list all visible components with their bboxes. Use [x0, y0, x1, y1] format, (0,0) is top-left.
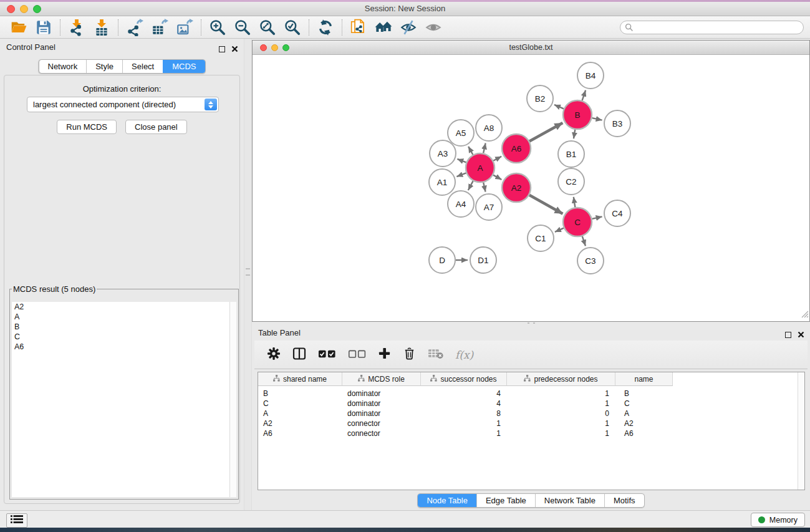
table-cell[interactable]: A [615, 409, 673, 418]
search-input[interactable] [620, 21, 804, 34]
table-cell[interactable]: dominator [342, 399, 421, 409]
open-file-icon[interactable] [8, 18, 29, 37]
show-details-icon[interactable] [423, 18, 444, 37]
network-close-button[interactable] [260, 44, 267, 51]
close-window-button[interactable] [7, 5, 15, 13]
graph-node-D[interactable]: D [429, 247, 455, 273]
graph-node-A2[interactable]: A2 [502, 173, 531, 202]
delete-table-icon[interactable] [428, 347, 443, 362]
table-cell[interactable]: A2 [258, 418, 342, 428]
close-panel-icon[interactable] [231, 44, 238, 55]
zoom-window-button[interactable] [33, 5, 41, 13]
table-cell[interactable]: dominator [342, 409, 421, 418]
table-cell[interactable]: C [615, 399, 673, 409]
settings-icon[interactable] [267, 347, 281, 363]
result-item[interactable]: A6 [12, 342, 236, 352]
table-cell[interactable]: 1 [507, 389, 615, 399]
result-scrollbar[interactable] [229, 302, 236, 497]
column-header-MCDS-role[interactable]: MCDS role [342, 372, 421, 386]
table-cell[interactable]: 4 [421, 389, 507, 399]
mcds-result-list[interactable]: A2ABCA6 [12, 302, 236, 497]
table-cell[interactable]: A [258, 409, 342, 418]
graph-edge-B-B1[interactable] [574, 130, 575, 139]
column-header-predecessor-nodes[interactable]: predecessor nodes [507, 372, 615, 386]
close-panel-button[interactable]: Close panel [125, 120, 187, 134]
minimize-window-button[interactable] [20, 5, 28, 13]
result-item[interactable]: B [12, 322, 236, 332]
graph-edge-B-B3[interactable] [592, 118, 602, 120]
tab-node-table[interactable]: Node Table [418, 494, 476, 507]
graph-edge-C-C2[interactable] [574, 197, 576, 208]
graph-edge-A-A6[interactable] [493, 157, 501, 161]
graph-node-B4[interactable]: B4 [577, 62, 604, 89]
table-scrollbar[interactable] [798, 372, 804, 490]
function-builder-icon[interactable]: f(x) [455, 349, 473, 361]
table-cell[interactable]: 4 [421, 399, 507, 409]
graph-node-A3[interactable]: A3 [430, 140, 456, 167]
table-cell[interactable]: connector [342, 428, 421, 438]
tab-motifs[interactable]: Motifs [604, 494, 644, 507]
table-cell[interactable]: A6 [258, 428, 342, 438]
result-item[interactable]: C [12, 332, 236, 342]
table-cell[interactable]: 1 [507, 418, 615, 428]
graph-node-A[interactable]: A [466, 153, 494, 182]
graph-edge-A-A7[interactable] [483, 182, 485, 191]
graph-edge-A-A8[interactable] [483, 143, 486, 153]
column-header-successor-nodes[interactable]: successor nodes [421, 372, 507, 386]
column-header-name[interactable]: name [615, 372, 673, 386]
graph-edge-C-C3[interactable] [582, 236, 586, 246]
float-panel-icon[interactable] [219, 46, 225, 52]
table-cell[interactable]: 0 [507, 409, 615, 418]
table-cell[interactable]: 1 [421, 418, 507, 428]
delete-row-icon[interactable] [403, 347, 416, 363]
run-mcds-button[interactable]: Run MCDS [57, 120, 117, 134]
graph-node-D1[interactable]: D1 [470, 247, 496, 273]
network-canvas[interactable]: B4B2BB3A8A5A6A3B1AA1C2A2A4A7C4CC1DD1C3 [253, 55, 809, 321]
graph-node-C2[interactable]: C2 [558, 168, 584, 195]
graph-edge-A-A3[interactable] [457, 159, 466, 162]
table-row[interactable]: Bdominator41B [258, 389, 804, 399]
network-minimize-button[interactable] [271, 44, 278, 51]
graph-node-B2[interactable]: B2 [527, 85, 553, 112]
import-table-icon[interactable] [91, 18, 112, 37]
tab-mcds[interactable]: MCDS [163, 60, 205, 73]
add-row-icon[interactable] [378, 347, 391, 362]
table-row[interactable]: A2connector11A2 [258, 418, 804, 428]
graph-node-B[interactable]: B [563, 100, 592, 129]
apply-layout-icon[interactable] [315, 18, 336, 37]
tab-network[interactable]: Network [39, 60, 86, 73]
network-zoom-button[interactable] [282, 44, 289, 51]
graph-node-A7[interactable]: A7 [476, 194, 502, 220]
vertical-splitter[interactable] [244, 39, 252, 510]
table-row[interactable]: Cdominator41C [258, 399, 804, 409]
graph-edge-A-A4[interactable] [468, 181, 473, 190]
table-cell[interactable]: 1 [507, 428, 615, 438]
graph-edge-A-A2[interactable] [493, 175, 501, 180]
zoom-in-icon[interactable] [207, 18, 228, 37]
zoom-selected-icon[interactable] [282, 18, 303, 37]
table-cell[interactable]: connector [342, 418, 421, 428]
graph-edge-C-C4[interactable] [592, 216, 602, 219]
export-network-icon[interactable] [124, 18, 145, 37]
splitter-grip[interactable] [246, 268, 250, 276]
resize-grip-icon[interactable] [800, 309, 809, 321]
graph-node-B1[interactable]: B1 [558, 141, 584, 167]
table-cell[interactable]: C [258, 399, 342, 409]
graph-edge-A2-C[interactable] [529, 195, 563, 214]
graph-edge-B-B2[interactable] [554, 105, 564, 109]
hide-details-icon[interactable] [398, 18, 419, 37]
table-cell[interactable]: 1 [507, 399, 615, 409]
result-item[interactable]: A2 [12, 302, 236, 312]
clipboard-network-icon[interactable] [348, 18, 369, 37]
graph-edge-A-A1[interactable] [456, 173, 466, 177]
graph-node-A1[interactable]: A1 [429, 169, 455, 195]
graph-node-A6[interactable]: A6 [502, 134, 531, 163]
graph-node-A8[interactable]: A8 [476, 115, 502, 141]
export-table-icon[interactable] [149, 18, 170, 37]
export-image-icon[interactable] [174, 18, 195, 37]
graph-edge-A6-B[interactable] [529, 123, 562, 141]
zoom-out-icon[interactable] [232, 18, 253, 37]
graph-node-C3[interactable]: C3 [577, 248, 604, 274]
table-row[interactable]: Adominator80A [258, 409, 804, 418]
float-panel-icon[interactable] [785, 332, 791, 338]
